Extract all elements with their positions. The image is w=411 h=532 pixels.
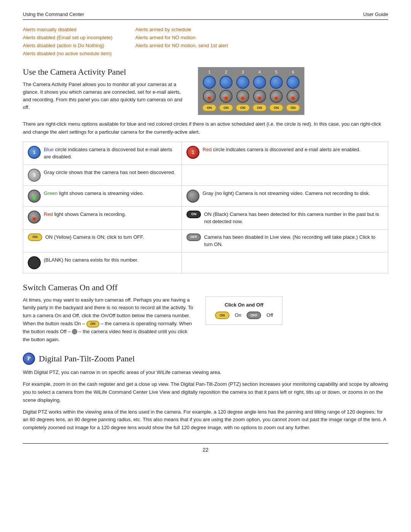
ptz-body-3: Digital PTZ works within the viewing are… xyxy=(23,408,388,432)
off-gray-icon: OFF xyxy=(186,233,201,241)
cam-num-2: 2 xyxy=(219,70,233,74)
alert-link-3[interactable]: Alerts disabled (action is Do Nothing) xyxy=(23,43,113,48)
indicator-cell-blue: 1 Blue circle indicates camera is discov… xyxy=(23,142,182,165)
red-light-text: Red light shows Camera is recording. xyxy=(44,211,126,218)
indicator-cell-red-light: Red light shows Camera is recording. xyxy=(23,206,182,229)
alert-link-2[interactable]: Alerts disabled (Email set up incomplete… xyxy=(23,35,113,40)
camera-activity-section: Use the Camera Activity Panel The Camera… xyxy=(23,67,388,273)
indicator-cell-blank: (BLANK) No camera exists for this number… xyxy=(23,252,182,273)
gray-circle-icon: 3 xyxy=(28,169,41,182)
camera-panel-image: 1 2 3 4 5 6 xyxy=(198,67,304,115)
indicator-row-4: Red light shows Camera is recording. ON … xyxy=(23,206,388,229)
cam-btn-on-4[interactable]: ON xyxy=(252,104,267,112)
off-label: Off xyxy=(266,312,273,318)
indicator-cell-red: 1 Red circle indicates camera is discove… xyxy=(182,142,388,165)
red-circle-text: Red circle indicates camera is discovere… xyxy=(202,146,360,153)
indicators-table: 1 Blue circle indicates camera is discov… xyxy=(23,142,388,273)
cam-btn-on-6[interactable]: ON xyxy=(286,104,300,112)
cam-btn-on-1[interactable]: ON xyxy=(202,104,217,112)
ptz-body-2: For example, zoom in on the cash registe… xyxy=(23,380,388,404)
cam-circle-red-4 xyxy=(253,90,266,103)
indicator-cell-off-gray: OFF Camera has been disabled in Live vie… xyxy=(182,229,388,252)
on-black-text: ON (Black) Camera has been detected for … xyxy=(204,211,383,225)
black-dot-icon xyxy=(28,256,41,269)
indicator-row-5: ON ON (Yellow) Camera is ON; click to tu… xyxy=(23,229,388,252)
cam-circle-red-2 xyxy=(220,90,233,103)
page-number: 22 xyxy=(202,447,209,453)
indicator-row-2: 3 Gray circle shows that the camera has … xyxy=(23,165,388,185)
indicator-cell-on-black: ON ON (Black) Camera has been detected f… xyxy=(182,206,388,229)
alerts-section: Alerts manually disabled Alerts disabled… xyxy=(23,27,388,56)
camera-activity-title: Use the Camera Activity Panel xyxy=(23,67,186,77)
indicator-row-6: (BLANK) No camera exists for this number… xyxy=(23,252,388,273)
alert-link-4[interactable]: Alerts disabled (no active schedule item… xyxy=(23,51,113,56)
indicator-cell-green-light: Green light shows camera is streaming vi… xyxy=(23,185,182,206)
switch-cameras-section: Switch Cameras On and Off At times, you … xyxy=(23,283,388,344)
ptz-body-1: With Digital PTZ, you can narrow in on s… xyxy=(23,369,388,377)
click-on-off-box: Click On and Off ON On OFF Off xyxy=(206,296,282,325)
green-light-icon xyxy=(28,190,41,203)
cam-circle-red-1 xyxy=(203,90,216,103)
cam-btn-on-2[interactable]: ON xyxy=(219,104,233,112)
cam-num-3: 3 xyxy=(236,70,250,74)
alerts-col-1: Alerts manually disabled Alerts disabled… xyxy=(23,27,113,56)
camera-activity-body: The Camera Activity Panel allows you to … xyxy=(23,81,186,112)
alert-link-6[interactable]: Alerts armed for NO motion xyxy=(135,35,228,40)
click-off-btn[interactable]: OFF xyxy=(247,312,261,319)
cam-circle-blue-1 xyxy=(203,76,216,89)
page-header: Using the Command Center User Guide xyxy=(23,11,388,20)
red-light-icon xyxy=(28,211,41,224)
alert-link-5[interactable]: Alerts armed by schedule xyxy=(135,27,228,32)
alert-link-1[interactable]: Alerts manually disabled xyxy=(23,27,113,32)
camera-activity-body2: There are right-click menu options avail… xyxy=(23,120,388,136)
blue-circle-icon: 1 xyxy=(28,146,41,159)
cam-circle-blue-5 xyxy=(270,76,283,89)
cam-num-5: 5 xyxy=(269,70,283,74)
gray-light-text: Gray (no light) Camera is not streaming … xyxy=(202,190,370,197)
switch-cameras-title: Switch Cameras On and Off xyxy=(23,283,388,292)
alerts-col-2: Alerts armed by schedule Alerts armed fo… xyxy=(135,27,228,56)
switch-cameras-body: At times, you may want to easily turn ca… xyxy=(23,296,194,344)
indicator-cell-on-yellow: ON ON (Yellow) Camera is ON; click to tu… xyxy=(23,229,182,252)
ptz-section: P Digital Pan-Tilt-Zoom Panel With Digit… xyxy=(23,353,388,432)
red-circle-icon: 1 xyxy=(186,146,199,159)
blank-text: (BLANK) No camera exists for this number… xyxy=(44,256,139,264)
alert-link-7[interactable]: Alerts armed for NO motion, send 1st ale… xyxy=(135,43,228,48)
on-yellow-text: ON (Yellow) Camera is ON; click to turn … xyxy=(45,233,144,241)
indicator-cell-empty-1 xyxy=(182,165,388,185)
on-yellow-icon: ON xyxy=(28,233,42,241)
green-light-text: Green light shows camera is streaming vi… xyxy=(44,190,144,197)
cam-btn-on-5[interactable]: ON xyxy=(269,104,284,112)
cam-circle-blue-2 xyxy=(220,76,233,89)
cam-btn-on-3[interactable]: ON xyxy=(236,104,250,112)
on-label: On xyxy=(235,312,241,318)
cam-num-4: 4 xyxy=(253,70,266,74)
click-on-btn[interactable]: ON xyxy=(215,312,229,319)
indicator-cell-gray: 3 Gray circle shows that the camera has … xyxy=(23,165,182,185)
ptz-title: Digital Pan-Tilt-Zoom Panel xyxy=(39,354,135,364)
cam-num-1: 1 xyxy=(202,70,216,74)
page-footer: 22 xyxy=(23,443,388,453)
cam-circle-blue-3 xyxy=(236,76,249,89)
click-box-title: Click On and Off xyxy=(215,302,273,308)
blue-circle-text: Blue circle indicates camera is discover… xyxy=(44,146,177,161)
ptz-icon: P xyxy=(23,353,35,365)
cam-circle-blue-4 xyxy=(253,76,266,89)
indicator-row-1: 1 Blue circle indicates camera is discov… xyxy=(23,142,388,165)
cam-num-6: 6 xyxy=(286,70,300,74)
indicator-row-3: Green light shows camera is streaming vi… xyxy=(23,185,388,206)
gray-light-icon xyxy=(186,190,199,203)
cam-circle-red-3 xyxy=(236,90,249,103)
cam-circle-red-5 xyxy=(270,90,283,103)
gray-circle-text: Gray circle shows that the camera has no… xyxy=(44,169,175,176)
cam-circle-red-6 xyxy=(287,90,299,103)
header-left: Using the Command Center xyxy=(23,11,84,17)
on-black-icon: ON xyxy=(186,211,201,218)
header-right: User Guide xyxy=(363,11,388,17)
indicator-cell-empty-2 xyxy=(182,252,388,273)
indicator-cell-gray-light: Gray (no light) Camera is not streaming … xyxy=(182,185,388,206)
off-gray-text: Camera has been disabled in Live view. (… xyxy=(204,233,383,248)
cam-circle-blue-6 xyxy=(287,76,299,89)
